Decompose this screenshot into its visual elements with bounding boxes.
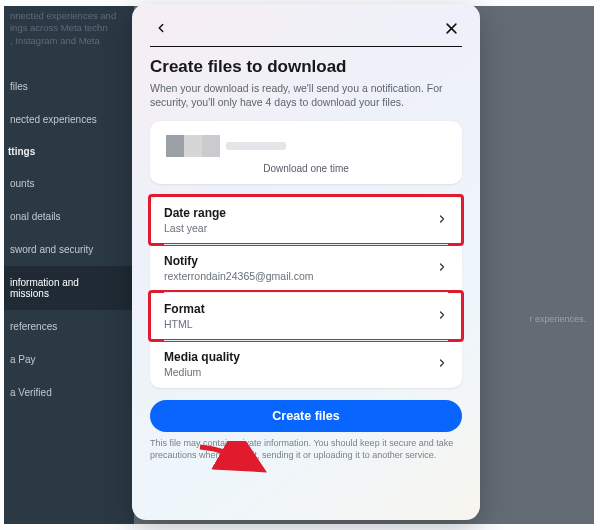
option-value: rexterrondain24365@gmail.com — [164, 270, 314, 282]
option-row-format[interactable]: FormatHTML — [150, 292, 462, 340]
option-value: Medium — [164, 366, 240, 378]
sidebar-list: filesnected experiencesttingsountsonal d… — [4, 70, 134, 409]
chevron-left-icon — [154, 21, 168, 35]
back-button[interactable] — [150, 17, 172, 39]
chevron-right-icon — [436, 307, 448, 325]
sidebar-heading: ttings — [4, 136, 134, 167]
option-label: Date range — [164, 206, 226, 220]
create-files-modal: Create files to download When your downl… — [132, 4, 480, 520]
chevron-right-icon — [436, 259, 448, 277]
sidebar-item[interactable]: ounts — [4, 167, 134, 200]
options-card: Date rangeLast yearNotifyrexterrondain24… — [150, 196, 462, 388]
create-files-button[interactable]: Create files — [150, 400, 462, 432]
option-value: HTML — [164, 318, 205, 330]
sidebar-item[interactable]: a Pay — [4, 343, 134, 376]
preview-thumbnails — [166, 135, 286, 157]
download-preview-card: Download one time — [150, 121, 462, 184]
sidebar-item[interactable]: references — [4, 310, 134, 343]
modal-subtitle: When your download is ready, we'll send … — [150, 81, 462, 109]
modal-header — [150, 14, 462, 42]
option-row-media_quality[interactable]: Media qualityMedium — [150, 340, 462, 388]
disclaimer-text: This file may contain private informatio… — [150, 438, 462, 461]
option-label: Format — [164, 302, 205, 316]
option-label: Media quality — [164, 350, 240, 364]
sidebar: nnected experiences and ings across Meta… — [4, 6, 134, 524]
preview-caption: Download one time — [166, 163, 446, 174]
chevron-right-icon — [436, 211, 448, 229]
option-row-notify[interactable]: Notifyrexterrondain24365@gmail.com — [150, 244, 462, 292]
chevron-right-icon — [436, 355, 448, 373]
close-icon — [444, 21, 459, 36]
option-row-date_range[interactable]: Date rangeLast year — [150, 196, 462, 244]
sidebar-item[interactable]: information and missions — [4, 266, 134, 310]
option-label: Notify — [164, 254, 314, 268]
sidebar-item[interactable]: nected experiences — [4, 103, 134, 136]
close-button[interactable] — [440, 17, 462, 39]
header-fragment: nnected experiences and ings across Meta… — [4, 10, 116, 47]
sidebar-item[interactable]: sword and security — [4, 233, 134, 266]
sidebar-item[interactable]: onal details — [4, 200, 134, 233]
background-text-fragment: r experiences. — [529, 314, 586, 324]
sidebar-item[interactable]: files — [4, 70, 134, 103]
divider — [150, 46, 462, 47]
modal-title: Create files to download — [150, 57, 462, 77]
sidebar-item[interactable]: a Verified — [4, 376, 134, 409]
option-value: Last year — [164, 222, 226, 234]
create-files-label: Create files — [272, 409, 339, 423]
